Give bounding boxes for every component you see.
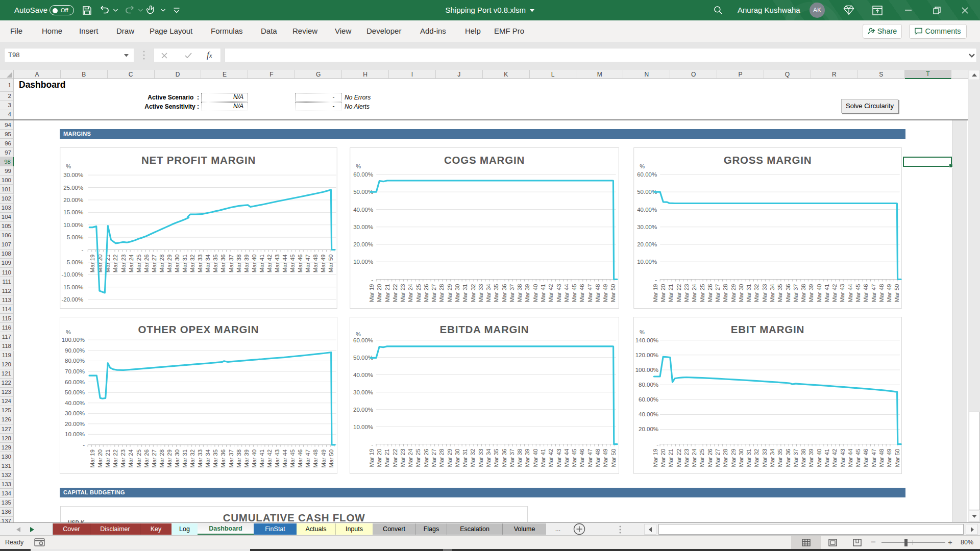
svg-text:Mar 34: Mar 34 <box>769 448 775 467</box>
svg-text:Mar 28: Mar 28 <box>159 255 165 273</box>
svg-text:Mar 38: Mar 38 <box>517 284 523 303</box>
svg-text:Mar 38: Mar 38 <box>517 449 523 467</box>
svg-text:Mar 28: Mar 28 <box>438 449 445 467</box>
svg-text:Mar 47: Mar 47 <box>870 284 876 303</box>
svg-text:%: % <box>640 163 645 169</box>
svg-text:Mar 26: Mar 26 <box>707 449 713 467</box>
svg-text:Mar 21: Mar 21 <box>105 449 111 468</box>
svg-text:Mar 23: Mar 23 <box>683 284 690 303</box>
svg-text:Mar 50: Mar 50 <box>610 284 616 303</box>
svg-text:Mar 42: Mar 42 <box>831 449 838 467</box>
svg-text:Mar 48: Mar 48 <box>595 449 601 467</box>
svg-text:Mar 31: Mar 31 <box>462 284 468 303</box>
svg-text:120.00%: 120.00% <box>635 352 658 358</box>
svg-text:COGS MARGIN: COGS MARGIN <box>444 154 525 166</box>
svg-text:Mar 41: Mar 41 <box>540 449 546 467</box>
svg-text:-: - <box>83 442 85 448</box>
svg-text:Mar 40: Mar 40 <box>532 284 538 303</box>
svg-text:Mar 47: Mar 47 <box>586 449 593 467</box>
svg-text:Mar 27: Mar 27 <box>431 284 437 303</box>
svg-text:-5.00%: -5.00% <box>65 259 83 265</box>
svg-text:Mar 33: Mar 33 <box>477 449 483 467</box>
svg-text:Mar 35: Mar 35 <box>777 284 783 303</box>
svg-text:Mar 23: Mar 23 <box>683 449 690 467</box>
svg-text:EBITDA MARGIN: EBITDA MARGIN <box>439 323 529 335</box>
svg-text:Mar 48: Mar 48 <box>878 284 885 303</box>
svg-text:EBIT MARGIN: EBIT MARGIN <box>731 323 804 335</box>
svg-text:30.00%: 30.00% <box>353 389 373 395</box>
svg-text:Mar 50: Mar 50 <box>328 449 334 468</box>
svg-text:100.00%: 100.00% <box>62 337 85 343</box>
svg-text:Mar 46: Mar 46 <box>297 255 303 273</box>
svg-text:Mar 37: Mar 37 <box>793 449 799 467</box>
svg-text:Mar 22: Mar 22 <box>391 449 398 467</box>
svg-text:80.00%: 80.00% <box>639 382 658 388</box>
svg-text:Mar 45: Mar 45 <box>571 449 577 467</box>
svg-text:Mar 46: Mar 46 <box>863 449 869 467</box>
svg-text:Mar 27: Mar 27 <box>151 255 157 273</box>
svg-text:30.00%: 30.00% <box>637 224 657 230</box>
svg-text:10.00%: 10.00% <box>63 222 83 228</box>
svg-text:Mar 19: Mar 19 <box>89 255 95 273</box>
svg-text:Mar 50: Mar 50 <box>328 255 334 273</box>
svg-text:Mar 48: Mar 48 <box>312 255 318 273</box>
svg-text:Mar 20: Mar 20 <box>97 449 103 468</box>
svg-text:Mar 32: Mar 32 <box>470 284 476 303</box>
svg-text:10.00%: 10.00% <box>353 424 373 430</box>
svg-text:40.00%: 40.00% <box>639 411 658 417</box>
svg-text:Mar 28: Mar 28 <box>722 449 728 467</box>
svg-text:Mar 39: Mar 39 <box>808 284 814 303</box>
svg-text:60.00%: 60.00% <box>353 171 373 178</box>
svg-text:Mar 49: Mar 49 <box>602 449 608 467</box>
svg-text:10.00%: 10.00% <box>637 259 657 265</box>
svg-text:Mar 45: Mar 45 <box>855 449 861 467</box>
svg-text:Mar 25: Mar 25 <box>136 255 142 273</box>
svg-text:Mar 36: Mar 36 <box>785 449 791 467</box>
svg-text:Mar 25: Mar 25 <box>699 284 705 303</box>
svg-text:Mar 32: Mar 32 <box>753 284 760 303</box>
svg-text:Mar 19: Mar 19 <box>369 284 375 303</box>
svg-text:Mar 50: Mar 50 <box>610 449 616 467</box>
svg-text:Mar 19: Mar 19 <box>369 449 375 467</box>
svg-text:-: - <box>81 247 83 253</box>
svg-text:30.00%: 30.00% <box>63 172 83 178</box>
svg-text:Mar 41: Mar 41 <box>259 255 265 273</box>
svg-text:Mar 33: Mar 33 <box>762 449 768 467</box>
svg-text:Mar 44: Mar 44 <box>282 449 288 467</box>
svg-text:Mar 20: Mar 20 <box>660 449 666 467</box>
svg-text:Mar 32: Mar 32 <box>189 449 195 468</box>
svg-text:Mar 21: Mar 21 <box>384 449 390 467</box>
svg-text:Mar 24: Mar 24 <box>128 254 134 272</box>
svg-text:25.00%: 25.00% <box>63 185 83 191</box>
svg-text:Mar 35: Mar 35 <box>493 449 499 467</box>
svg-text:Mar 39: Mar 39 <box>808 449 814 467</box>
svg-text:15.00%: 15.00% <box>63 209 83 215</box>
svg-text:Mar 45: Mar 45 <box>571 284 577 303</box>
svg-text:Mar 46: Mar 46 <box>579 284 585 303</box>
svg-text:90.00%: 90.00% <box>65 347 85 354</box>
svg-text:70.00%: 70.00% <box>65 368 85 374</box>
svg-text:20.00%: 20.00% <box>353 241 373 247</box>
svg-text:Mar 44: Mar 44 <box>563 284 569 302</box>
svg-text:Mar 26: Mar 26 <box>143 255 150 273</box>
svg-text:Mar 25: Mar 25 <box>415 284 421 303</box>
svg-text:Mar 33: Mar 33 <box>197 449 203 468</box>
svg-text:Mar 22: Mar 22 <box>676 449 682 467</box>
svg-text:Mar 37: Mar 37 <box>509 284 515 303</box>
svg-text:Mar 31: Mar 31 <box>746 449 752 467</box>
svg-text:Mar 25: Mar 25 <box>136 449 142 468</box>
svg-text:Mar 49: Mar 49 <box>320 255 326 273</box>
svg-text:%: % <box>356 331 361 337</box>
svg-text:Mar 42: Mar 42 <box>548 449 554 467</box>
svg-text:Mar 49: Mar 49 <box>886 449 892 467</box>
svg-text:Mar 38: Mar 38 <box>800 284 806 303</box>
svg-text:Mar 20: Mar 20 <box>376 449 382 467</box>
svg-text:-20.00%: -20.00% <box>61 296 83 303</box>
svg-text:Mar 37: Mar 37 <box>793 284 799 303</box>
svg-text:Mar 47: Mar 47 <box>586 284 593 303</box>
svg-text:Mar 30: Mar 30 <box>174 449 180 468</box>
svg-text:Mar 25: Mar 25 <box>699 449 705 467</box>
svg-text:Mar 43: Mar 43 <box>274 255 280 273</box>
svg-text:Mar 32: Mar 32 <box>753 449 760 467</box>
svg-text:140.00%: 140.00% <box>635 337 658 343</box>
